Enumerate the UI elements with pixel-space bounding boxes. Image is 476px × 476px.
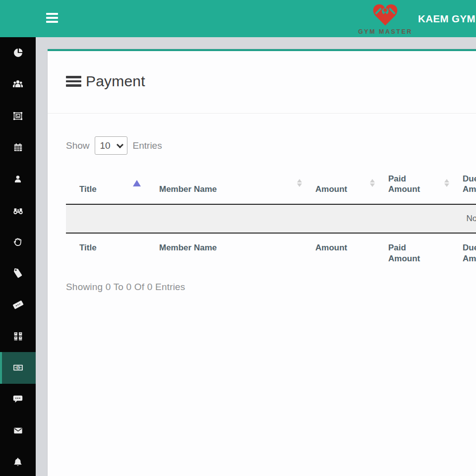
users-group-icon xyxy=(12,78,24,90)
table-length-control: Show 10 Entries xyxy=(66,136,476,155)
hand-icon xyxy=(12,236,24,248)
equipment-grid-icon xyxy=(12,330,24,343)
sidebar-item-offers[interactable] xyxy=(0,258,36,290)
page-title: Payment xyxy=(86,73,145,90)
list-icon xyxy=(66,76,81,87)
column-header-amount[interactable]: Amount xyxy=(302,166,375,204)
user-icon xyxy=(12,174,23,184)
pie-chart-icon xyxy=(12,47,24,59)
sidebar-item-trainers[interactable] xyxy=(0,163,36,195)
empty-message: No data available in table xyxy=(66,204,476,233)
table-header-row: Title Member Name Amount Paid Amoun xyxy=(66,166,476,204)
calendar-icon xyxy=(12,142,24,153)
table-empty-row: No data available in table xyxy=(66,204,476,233)
mail-icon xyxy=(12,425,24,436)
sidebar-item-attendance[interactable] xyxy=(0,226,36,258)
ticket-icon xyxy=(12,298,24,311)
entries-label: Entries xyxy=(133,140,162,151)
payments-table: Title Member Name Amount Paid Amoun xyxy=(66,166,476,264)
sidebar-item-dashboard[interactable] xyxy=(0,37,36,69)
payment-card: Payment Show 10 Entries xyxy=(48,49,476,476)
top-navbar: GYM MASTER KAEM GYM xyxy=(0,0,476,37)
hamburger-icon[interactable] xyxy=(46,13,58,24)
object-group-icon xyxy=(12,110,24,122)
column-header-title[interactable]: Title xyxy=(66,166,146,204)
brand-logo: GYM MASTER xyxy=(358,1,413,35)
money-bill-icon: $ xyxy=(12,361,24,374)
sidebar-item-members[interactable] xyxy=(0,69,36,101)
column-header-member-name[interactable]: Member Name xyxy=(146,166,302,204)
tag-icon xyxy=(12,267,24,279)
sidebar-item-plans[interactable] xyxy=(0,100,36,132)
footer-paid-amount: Paid Amount xyxy=(375,233,449,264)
column-header-due-amount[interactable]: Due Amount xyxy=(449,166,476,204)
sidebar-item-enquiry[interactable] xyxy=(0,195,36,227)
page-size-select[interactable]: 10 xyxy=(95,136,127,155)
footer-member-name: Member Name xyxy=(146,233,302,264)
table-info-summary: Showing 0 To 0 Of 0 Entries xyxy=(66,282,476,293)
sidebar-item-equipment[interactable] xyxy=(0,321,36,353)
heart-dumbbell-logo-icon xyxy=(369,1,401,27)
sidebar-item-coupons[interactable] xyxy=(0,289,36,321)
sidebar-item-email[interactable] xyxy=(0,415,36,447)
show-label: Show xyxy=(66,140,90,151)
sidebar-item-schedule[interactable] xyxy=(0,132,36,164)
chat-icon xyxy=(12,393,24,405)
column-header-paid-amount[interactable]: Paid Amount xyxy=(375,166,449,204)
footer-amount: Amount xyxy=(302,233,375,264)
sidebar-nav: $ xyxy=(0,37,36,476)
sidebar-item-payment[interactable]: $ xyxy=(0,352,36,384)
main-content: Payment Show 10 Entries xyxy=(36,37,476,476)
sidebar-item-notifications[interactable] xyxy=(0,447,36,476)
svg-text:$: $ xyxy=(17,366,19,370)
footer-due-amount: Due Amount xyxy=(449,233,476,264)
sort-asc-icon[interactable] xyxy=(133,180,141,186)
payments-table-container: Title Member Name Amount Paid Amoun xyxy=(66,166,476,264)
page-title-row: Payment xyxy=(66,51,476,90)
gym-name: KAEM GYM xyxy=(418,0,476,37)
binoculars-icon xyxy=(12,204,24,217)
logo-text: GYM MASTER xyxy=(358,28,413,35)
bell-icon xyxy=(12,456,24,468)
footer-title: Title xyxy=(66,233,146,264)
table-footer-row: Title Member Name Amount Paid Amount Due… xyxy=(66,233,476,264)
sidebar-item-sms[interactable] xyxy=(0,384,36,416)
title-divider xyxy=(48,113,476,114)
